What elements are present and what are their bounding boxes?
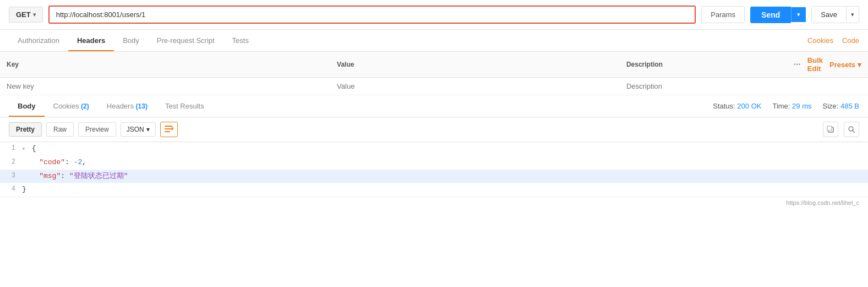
send-button-group: Send ▾	[750, 7, 806, 23]
time-value: 29 ms	[792, 102, 811, 110]
size-label: Size: 485 B	[822, 102, 859, 110]
format-chevron-icon: ▾	[146, 126, 150, 133]
body-toolbar: Pretty Raw Preview JSON ▾	[0, 117, 868, 142]
code-line-4: 4 }	[0, 183, 868, 197]
new-row-actions	[787, 78, 868, 95]
cookies-link[interactable]: Cookies	[807, 36, 833, 45]
search-button[interactable]	[844, 122, 859, 137]
save-button[interactable]: Save	[812, 7, 846, 23]
top-bar: GET ▾ Params Send ▾ Save ▾	[0, 0, 868, 30]
format-selector[interactable]: JSON ▾	[121, 122, 156, 137]
url-input-wrapper	[48, 6, 696, 24]
footer-bar: https://blog.csdn.net/lihel_c	[0, 197, 868, 208]
resp-tab-headers[interactable]: Headers (13)	[98, 95, 156, 117]
wrap-icon	[165, 125, 173, 134]
wrap-button[interactable]	[160, 122, 178, 137]
line-content-4: }	[22, 183, 26, 197]
pretty-view-button[interactable]: Pretty	[9, 122, 42, 137]
params-button[interactable]: Params	[701, 6, 745, 23]
footer-link: https://blog.csdn.net/lihel_c	[786, 199, 859, 206]
header-col-desc: Description	[620, 52, 787, 78]
resp-headers-badge: (13)	[136, 102, 148, 110]
url-input[interactable]	[48, 6, 696, 24]
line-content-1: ▾ {	[22, 142, 36, 156]
new-desc-input[interactable]	[626, 82, 780, 90]
headers-table: Key Value Description ··· Bulk Edit Pres…	[0, 52, 868, 95]
svg-point-5	[849, 127, 853, 131]
presets-label: Presets	[829, 61, 855, 69]
svg-rect-0	[165, 126, 172, 127]
header-col-key: Key	[0, 52, 330, 78]
resp-tab-test-results[interactable]: Test Results	[156, 95, 213, 117]
body-toolbar-actions	[823, 122, 859, 137]
new-desc-cell	[620, 78, 787, 95]
code-line-3: 3 "msg": "登陆状态已过期"	[0, 170, 868, 183]
new-value-cell	[330, 78, 620, 95]
header-col-actions: ··· Bulk Edit Presets ▾	[787, 52, 868, 78]
save-dropdown-button[interactable]: ▾	[846, 7, 859, 22]
resp-tab-cookies[interactable]: Cookies (2)	[45, 95, 98, 117]
line-num-1: 1	[0, 142, 22, 155]
method-chevron-icon: ▾	[33, 12, 36, 18]
time-label: Time: 29 ms	[772, 102, 811, 110]
response-tabs-bar: Body Cookies (2) Headers (13) Test Resul…	[0, 95, 868, 117]
new-header-row	[0, 78, 868, 95]
presets-chevron-icon: ▾	[858, 61, 861, 69]
method-selector[interactable]: GET ▾	[9, 7, 43, 23]
fold-button-1[interactable]: ▾	[22, 146, 25, 152]
copy-button[interactable]	[823, 122, 838, 137]
raw-view-button[interactable]: Raw	[46, 122, 74, 137]
tab-headers[interactable]: Headers	[68, 30, 114, 51]
resp-cookies-badge: (2)	[81, 102, 89, 110]
line-num-3: 3	[0, 170, 22, 182]
resp-tab-body[interactable]: Body	[9, 95, 45, 117]
status-value: 200 OK	[737, 102, 761, 110]
code-link[interactable]: Code	[842, 36, 859, 45]
preview-view-button[interactable]: Preview	[78, 122, 116, 137]
resp-cookies-label: Cookies	[53, 102, 79, 110]
more-options-icon[interactable]: ···	[793, 59, 800, 69]
header-col-value: Value	[330, 52, 620, 78]
presets-button[interactable]: Presets ▾	[829, 61, 861, 69]
resp-headers-label: Headers	[107, 102, 134, 110]
svg-line-6	[853, 131, 855, 133]
tab-pre-request-script[interactable]: Pre-request Script	[148, 30, 223, 51]
code-area: 1 ▾ { 2 "code": -2, 3 "msg": "登陆状态已过期" 4…	[0, 142, 868, 197]
line-content-2: "code": -2,	[22, 156, 86, 170]
tab-tests[interactable]: Tests	[223, 30, 258, 51]
bulk-edit-button[interactable]: Bulk Edit	[807, 56, 823, 73]
request-tabs-bar: Authorization Headers Body Pre-request S…	[0, 30, 868, 52]
svg-rect-4	[827, 126, 832, 131]
send-button[interactable]: Send	[750, 7, 791, 23]
code-line-2: 2 "code": -2,	[0, 156, 868, 170]
new-key-cell	[0, 78, 330, 95]
send-dropdown-button[interactable]: ▾	[791, 7, 806, 22]
method-label: GET	[16, 10, 31, 19]
code-line-1: 1 ▾ {	[0, 142, 868, 156]
svg-rect-2	[165, 131, 170, 132]
status-label: Status: 200 OK	[713, 102, 761, 110]
new-value-input[interactable]	[337, 82, 613, 90]
response-meta: Status: 200 OK Time: 29 ms Size: 485 B	[713, 102, 859, 110]
new-key-input[interactable]	[7, 82, 324, 90]
size-value: 485 B	[840, 102, 859, 110]
save-button-group: Save ▾	[811, 6, 859, 23]
tab-authorization[interactable]: Authorization	[9, 30, 68, 51]
line-content-3: "msg": "登陆状态已过期"	[22, 170, 128, 183]
format-label: JSON	[127, 126, 144, 133]
line-num-2: 2	[0, 156, 22, 169]
line-num-4: 4	[0, 183, 22, 196]
request-tab-actions: Cookies Code	[807, 36, 859, 45]
tab-body[interactable]: Body	[114, 30, 148, 51]
